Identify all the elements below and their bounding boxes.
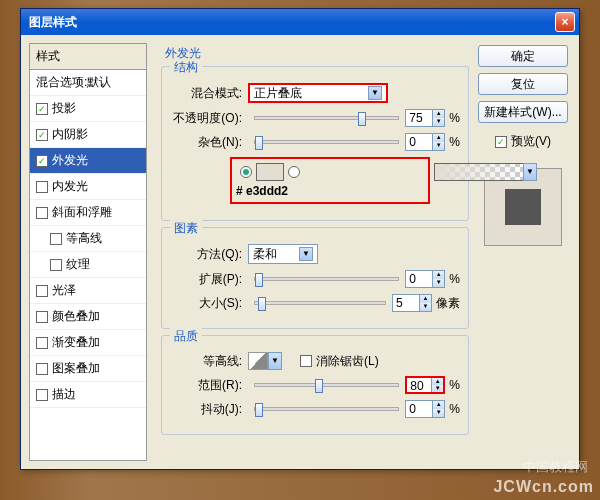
jitter-slider[interactable] bbox=[254, 407, 399, 411]
range-label: 范围(R): bbox=[170, 377, 242, 394]
checkbox-icon[interactable] bbox=[50, 259, 62, 271]
layer-style-dialog: 图层样式 × 样式 混合选项:默认 ✓投影✓内阴影✓外发光内发光斜面和浮雕等高线… bbox=[20, 8, 580, 470]
style-item-渐变叠加[interactable]: 渐变叠加 bbox=[30, 330, 146, 356]
checkbox-icon[interactable] bbox=[36, 363, 48, 375]
preview-label: 预览(V) bbox=[511, 133, 551, 150]
chevron-down-icon: ▼ bbox=[299, 247, 313, 261]
structure-group: 结构 混合模式: 正片叠底▼ 不透明度(O): 75▲▼ % 杂色(N): 0 bbox=[161, 66, 469, 221]
new-style-button[interactable]: 新建样式(W)... bbox=[478, 101, 568, 123]
style-item-label: 投影 bbox=[52, 100, 76, 117]
quality-legend: 品质 bbox=[170, 328, 202, 345]
checkbox-icon[interactable] bbox=[36, 337, 48, 349]
size-slider[interactable] bbox=[254, 301, 386, 305]
antialias-checkbox[interactable] bbox=[300, 355, 312, 367]
checkbox-icon[interactable] bbox=[36, 207, 48, 219]
opacity-slider[interactable] bbox=[254, 116, 399, 120]
dialog-title: 图层样式 bbox=[29, 14, 555, 31]
styles-list: 样式 混合选项:默认 ✓投影✓内阴影✓外发光内发光斜面和浮雕等高线纹理光泽颜色叠… bbox=[29, 43, 147, 461]
method-label: 方法(Q): bbox=[170, 246, 242, 263]
style-item-label: 内发光 bbox=[52, 178, 88, 195]
size-input[interactable]: 5▲▼ bbox=[392, 294, 432, 312]
style-item-光泽[interactable]: 光泽 bbox=[30, 278, 146, 304]
style-item-label: 颜色叠加 bbox=[52, 308, 100, 325]
preview-swatch bbox=[505, 189, 541, 225]
color-radio[interactable] bbox=[240, 166, 252, 178]
spread-slider[interactable] bbox=[254, 277, 399, 281]
styles-header: 样式 bbox=[30, 44, 146, 70]
contour-label: 等高线: bbox=[170, 353, 242, 370]
checkbox-icon[interactable]: ✓ bbox=[36, 129, 48, 141]
px-label: 像素 bbox=[436, 295, 460, 312]
watermark-url: JCWcn.com bbox=[493, 478, 594, 496]
style-item-label: 图案叠加 bbox=[52, 360, 100, 377]
blend-options-row[interactable]: 混合选项:默认 bbox=[30, 70, 146, 96]
style-item-内阴影[interactable]: ✓内阴影 bbox=[30, 122, 146, 148]
checkbox-icon[interactable]: ✓ bbox=[36, 155, 48, 167]
style-item-label: 光泽 bbox=[52, 282, 76, 299]
pattern-legend: 图素 bbox=[170, 220, 202, 237]
titlebar[interactable]: 图层样式 × bbox=[21, 9, 579, 35]
preview-checkbox[interactable]: ✓ bbox=[495, 136, 507, 148]
spread-label: 扩展(P): bbox=[170, 271, 242, 288]
style-item-label: 渐变叠加 bbox=[52, 334, 100, 351]
chevron-down-icon[interactable]: ▼ bbox=[268, 352, 282, 370]
options-panel: 外发光 结构 混合模式: 正片叠底▼ 不透明度(O): 75▲▼ % 杂色(N)… bbox=[155, 43, 475, 461]
style-item-label: 纹理 bbox=[66, 256, 90, 273]
noise-input[interactable]: 0▲▼ bbox=[405, 133, 445, 151]
range-input[interactable]: 80▲▼ bbox=[405, 376, 445, 394]
checkbox-icon[interactable] bbox=[50, 233, 62, 245]
chevron-down-icon[interactable]: ▼ bbox=[523, 163, 537, 181]
style-item-纹理[interactable]: 纹理 bbox=[30, 252, 146, 278]
size-label: 大小(S): bbox=[170, 295, 242, 312]
opacity-label: 不透明度(O): bbox=[170, 110, 242, 127]
contour-picker[interactable] bbox=[248, 352, 268, 370]
style-item-描边[interactable]: 描边 bbox=[30, 382, 146, 408]
style-item-图案叠加[interactable]: 图案叠加 bbox=[30, 356, 146, 382]
style-item-label: 描边 bbox=[52, 386, 76, 403]
panel-title: 外发光 bbox=[165, 45, 469, 62]
percent-label: % bbox=[449, 111, 460, 125]
structure-legend: 结构 bbox=[170, 59, 202, 76]
close-button[interactable]: × bbox=[555, 12, 575, 32]
blend-mode-label: 混合模式: bbox=[170, 85, 242, 102]
style-item-等高线[interactable]: 等高线 bbox=[30, 226, 146, 252]
checkbox-icon[interactable] bbox=[36, 181, 48, 193]
color-swatch[interactable] bbox=[256, 163, 284, 181]
style-item-外发光[interactable]: ✓外发光 bbox=[30, 148, 146, 174]
color-hex-label: # e3ddd2 bbox=[236, 184, 424, 198]
quality-group: 品质 等高线: ▼ 消除锯齿(L) 范围(R): 80▲▼ % 抖动(J): bbox=[161, 335, 469, 435]
checkbox-icon[interactable] bbox=[36, 389, 48, 401]
range-slider[interactable] bbox=[254, 383, 399, 387]
gradient-radio[interactable] bbox=[288, 166, 300, 178]
spread-input[interactable]: 0▲▼ bbox=[405, 270, 445, 288]
style-item-内发光[interactable]: 内发光 bbox=[30, 174, 146, 200]
reset-button[interactable]: 复位 bbox=[478, 73, 568, 95]
ok-button[interactable]: 确定 bbox=[478, 45, 568, 67]
blend-mode-combo[interactable]: 正片叠底▼ bbox=[248, 83, 388, 103]
chevron-down-icon: ▼ bbox=[368, 86, 382, 100]
noise-label: 杂色(N): bbox=[170, 134, 242, 151]
noise-slider[interactable] bbox=[254, 140, 399, 144]
method-combo[interactable]: 柔和▼ bbox=[248, 244, 318, 264]
checkbox-icon[interactable] bbox=[36, 285, 48, 297]
style-item-投影[interactable]: ✓投影 bbox=[30, 96, 146, 122]
watermark-cn: 中国教程网 bbox=[523, 458, 588, 476]
style-item-颜色叠加[interactable]: 颜色叠加 bbox=[30, 304, 146, 330]
opacity-input[interactable]: 75▲▼ bbox=[405, 109, 445, 127]
pattern-group: 图素 方法(Q): 柔和▼ 扩展(P): 0▲▼ % 大小(S): 5▲▼ bbox=[161, 227, 469, 329]
antialias-label: 消除锯齿(L) bbox=[316, 353, 379, 370]
style-item-label: 内阴影 bbox=[52, 126, 88, 143]
gradient-swatch[interactable] bbox=[434, 163, 524, 181]
checkbox-icon[interactable] bbox=[36, 311, 48, 323]
jitter-label: 抖动(J): bbox=[170, 401, 242, 418]
checkbox-icon[interactable]: ✓ bbox=[36, 103, 48, 115]
right-panel: 确定 复位 新建样式(W)... ✓ 预览(V) bbox=[475, 43, 571, 461]
jitter-input[interactable]: 0▲▼ bbox=[405, 400, 445, 418]
style-item-label: 斜面和浮雕 bbox=[52, 204, 112, 221]
style-item-斜面和浮雕[interactable]: 斜面和浮雕 bbox=[30, 200, 146, 226]
style-item-label: 等高线 bbox=[66, 230, 102, 247]
style-item-label: 外发光 bbox=[52, 152, 88, 169]
